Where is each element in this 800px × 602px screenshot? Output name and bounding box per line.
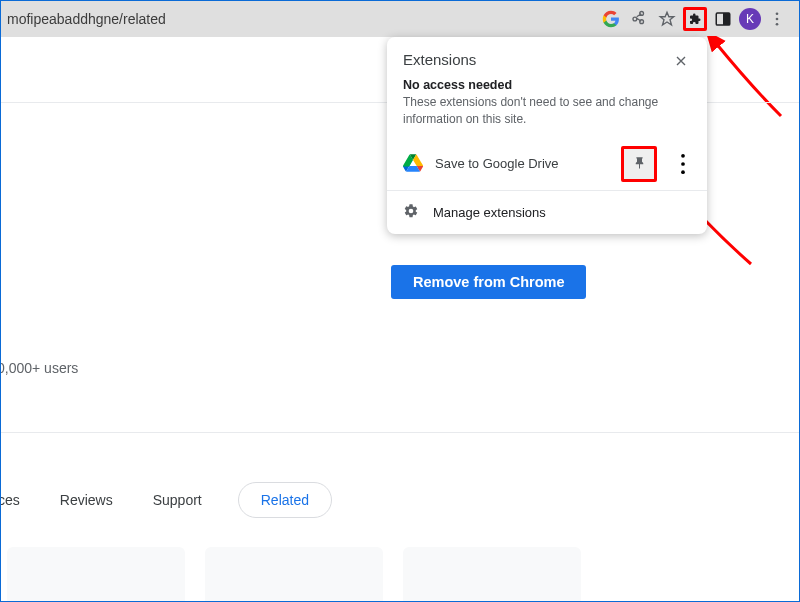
google-icon[interactable]: [599, 7, 623, 31]
tabs: tices Reviews Support Related: [1, 482, 332, 518]
svg-point-5: [681, 154, 685, 158]
share-icon[interactable]: [627, 7, 651, 31]
chrome-menu-icon[interactable]: [765, 7, 789, 31]
gear-icon: [403, 203, 419, 222]
svg-point-4: [776, 23, 779, 26]
svg-rect-1: [723, 13, 730, 25]
pin-button[interactable]: [621, 146, 657, 182]
tab-reviews[interactable]: Reviews: [56, 492, 117, 508]
remove-from-chrome-button[interactable]: Remove from Chrome: [391, 265, 586, 299]
extensions-popup: Extensions No access needed These extens…: [387, 37, 707, 234]
manage-extensions-button[interactable]: Manage extensions: [387, 191, 707, 234]
close-button[interactable]: [667, 47, 695, 75]
manage-label: Manage extensions: [433, 205, 546, 220]
svg-point-6: [681, 162, 685, 166]
section-description: These extensions don't need to see and c…: [403, 94, 691, 128]
popup-title: Extensions: [403, 51, 691, 68]
section-title: No access needed: [403, 78, 691, 92]
tab-related[interactable]: Related: [238, 482, 332, 518]
related-card[interactable]: [7, 547, 185, 602]
svg-point-3: [776, 18, 779, 21]
extension-item[interactable]: Save to Google Drive: [387, 138, 707, 190]
related-card[interactable]: [205, 547, 383, 602]
url-text: mofipeabaddhgne/related: [1, 11, 595, 27]
address-bar: mofipeabaddhgne/related K: [1, 1, 799, 37]
tab-support[interactable]: Support: [149, 492, 206, 508]
extension-more-icon[interactable]: [669, 150, 697, 178]
profile-avatar[interactable]: K: [739, 8, 761, 30]
users-count: 0,000+ users: [0, 360, 78, 376]
side-panel-icon[interactable]: [711, 7, 735, 31]
extension-name: Save to Google Drive: [435, 156, 609, 171]
google-drive-icon: [403, 154, 423, 174]
star-icon[interactable]: [655, 7, 679, 31]
extensions-icon[interactable]: [683, 7, 707, 31]
svg-point-7: [681, 170, 685, 174]
related-card[interactable]: [403, 547, 581, 602]
tab-practices[interactable]: tices: [0, 492, 24, 508]
svg-point-2: [776, 12, 779, 15]
divider: [1, 432, 799, 433]
